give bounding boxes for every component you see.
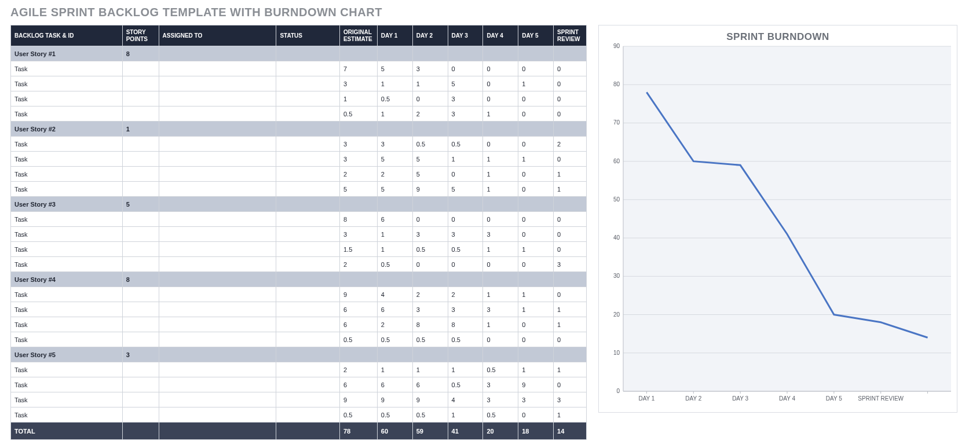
cell[interactable] [276, 91, 340, 107]
cell[interactable]: Task [11, 227, 123, 242]
cell[interactable] [122, 107, 159, 122]
cell[interactable]: 2 [412, 287, 448, 302]
cell[interactable]: 41 [448, 423, 483, 440]
cell[interactable]: 3 [412, 227, 448, 242]
cell[interactable]: User Story #1 [11, 46, 123, 61]
cell[interactable] [122, 242, 159, 257]
cell[interactable] [159, 107, 276, 122]
cell[interactable]: 0 [518, 332, 554, 347]
cell[interactable]: Task [11, 61, 123, 76]
cell[interactable] [159, 302, 276, 317]
cell[interactable]: 5 [377, 152, 412, 167]
cell[interactable]: 3 [122, 347, 159, 362]
cell[interactable] [276, 227, 340, 242]
cell[interactable] [159, 197, 276, 212]
cell[interactable] [122, 61, 159, 76]
cell[interactable]: 0 [554, 227, 587, 242]
cell[interactable]: 1 [448, 407, 483, 423]
cell[interactable] [122, 227, 159, 242]
cell[interactable] [276, 137, 340, 152]
cell[interactable]: 0 [483, 61, 518, 76]
cell[interactable]: 2 [412, 107, 448, 122]
cell[interactable]: 6 [377, 302, 412, 317]
cell[interactable] [276, 423, 340, 440]
cell[interactable]: 0 [554, 107, 587, 122]
cell[interactable]: 3 [448, 227, 483, 242]
cell[interactable]: 1 [483, 242, 518, 257]
cell[interactable] [276, 46, 340, 61]
cell[interactable]: 18 [518, 423, 554, 440]
cell[interactable]: 9 [518, 377, 554, 392]
cell[interactable]: 60 [377, 423, 412, 440]
cell[interactable]: 3 [448, 302, 483, 317]
cell[interactable] [276, 287, 340, 302]
cell[interactable] [518, 46, 554, 61]
cell[interactable]: 1 [377, 242, 412, 257]
cell[interactable] [339, 46, 377, 61]
cell[interactable]: 78 [339, 423, 377, 440]
cell[interactable]: 2 [339, 362, 377, 377]
cell[interactable]: 8 [122, 46, 159, 61]
cell[interactable] [122, 362, 159, 377]
cell[interactable] [412, 347, 448, 362]
cell[interactable] [159, 137, 276, 152]
cell[interactable] [159, 272, 276, 287]
cell[interactable]: 0.5 [412, 242, 448, 257]
cell[interactable] [159, 152, 276, 167]
cell[interactable] [159, 287, 276, 302]
cell[interactable]: 6 [339, 377, 377, 392]
cell[interactable]: 1 [377, 362, 412, 377]
cell[interactable] [159, 392, 276, 407]
cell[interactable]: 6 [339, 302, 377, 317]
cell[interactable]: Task [11, 91, 123, 107]
cell[interactable] [276, 122, 340, 137]
cell[interactable]: 1 [554, 317, 587, 332]
cell[interactable] [159, 212, 276, 227]
cell[interactable]: 5 [448, 182, 483, 197]
cell[interactable] [412, 272, 448, 287]
cell[interactable]: 14 [554, 423, 587, 440]
cell[interactable]: 0 [518, 227, 554, 242]
cell[interactable]: Task [11, 212, 123, 227]
cell[interactable]: 0 [518, 212, 554, 227]
cell[interactable] [159, 122, 276, 137]
cell[interactable]: 0.5 [448, 332, 483, 347]
cell[interactable]: 1 [483, 167, 518, 182]
cell[interactable]: 1 [554, 302, 587, 317]
cell[interactable]: 0 [483, 76, 518, 91]
cell[interactable]: 0.5 [339, 407, 377, 423]
cell[interactable]: 0 [554, 242, 587, 257]
cell[interactable]: 3 [448, 107, 483, 122]
cell[interactable] [554, 347, 587, 362]
cell[interactable]: 6 [377, 212, 412, 227]
cell[interactable] [122, 167, 159, 182]
cell[interactable]: 0.5 [412, 332, 448, 347]
cell[interactable]: Task [11, 182, 123, 197]
cell[interactable]: 5 [448, 76, 483, 91]
cell[interactable] [339, 122, 377, 137]
cell[interactable]: 0 [554, 212, 587, 227]
cell[interactable]: 0.5 [377, 91, 412, 107]
cell[interactable] [448, 46, 483, 61]
cell[interactable]: 5 [377, 61, 412, 76]
cell[interactable] [276, 197, 340, 212]
cell[interactable] [448, 122, 483, 137]
cell[interactable]: 3 [483, 392, 518, 407]
cell[interactable] [159, 46, 276, 61]
cell[interactable] [159, 347, 276, 362]
cell[interactable]: 1 [554, 167, 587, 182]
cell[interactable]: Task [11, 317, 123, 332]
cell[interactable]: 9 [377, 392, 412, 407]
cell[interactable]: 8 [339, 212, 377, 227]
cell[interactable]: User Story #2 [11, 122, 123, 137]
cell[interactable]: 3 [412, 302, 448, 317]
cell[interactable]: 0 [448, 61, 483, 76]
cell[interactable] [412, 46, 448, 61]
cell[interactable]: 0.5 [377, 332, 412, 347]
cell[interactable]: 3 [339, 76, 377, 91]
cell[interactable] [122, 212, 159, 227]
cell[interactable] [122, 407, 159, 423]
cell[interactable] [276, 182, 340, 197]
cell[interactable]: 0 [518, 407, 554, 423]
cell[interactable]: 1 [518, 152, 554, 167]
